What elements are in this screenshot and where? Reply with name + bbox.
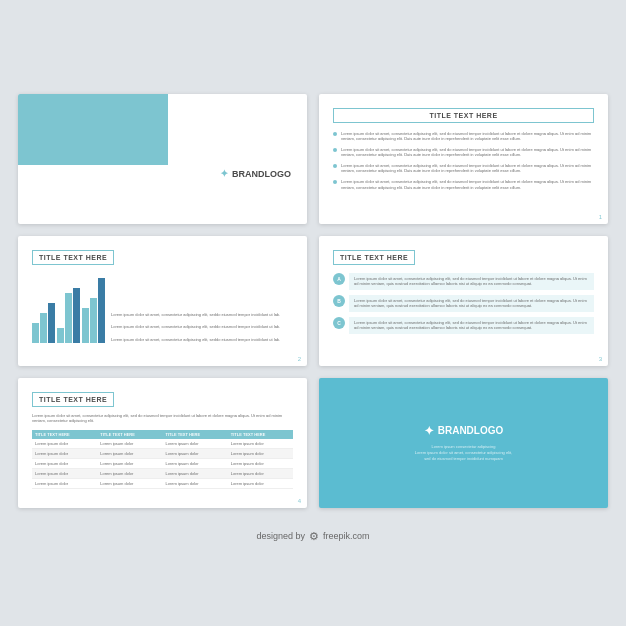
table-cell: Lorem ipsum dolor [97, 458, 162, 468]
col-header-3: TITLE TEXT HERE [163, 430, 228, 439]
chart-text-1: Lorem ipsum dolor sit amet, consectetur … [111, 312, 280, 318]
table-header-row: TITLE TEXT HERE TITLE TEXT HERE TITLE TE… [32, 430, 293, 439]
table-cell: Lorem ipsum dolor [32, 468, 97, 478]
slide3-title: TITLE TEXT HERE [32, 250, 114, 265]
slide-table: TITLE TEXT HERE Lorem ipsum dolor sit am… [18, 378, 307, 508]
table-cell: Lorem ipsum dolor [32, 448, 97, 458]
table-cell: Lorem ipsum dolor [97, 468, 162, 478]
brand-icon: ✦ [220, 168, 228, 179]
step-badge-c: C [333, 317, 345, 329]
brand-logo-white: ✦ BRANDLOGO [424, 424, 504, 438]
slide-bullets: TITLE TEXT HERE Lorem ipsum dolor sit am… [319, 94, 608, 224]
footer: designed by ⚙ freepik.com [256, 530, 369, 551]
slide-number: 1 [599, 214, 602, 220]
slide-chart: TITLE TEXT HERE [18, 236, 307, 366]
slide-steps: TITLE TEXT HERE A Lorem ipsum dolor sit … [319, 236, 608, 366]
bullet-item-3: Lorem ipsum dolor sit amet, consectetur … [333, 163, 594, 174]
table-cell: Lorem ipsum dolor [228, 478, 293, 488]
bar [65, 293, 72, 343]
slide-brand-logo: ✦ BRANDLOGO [18, 94, 307, 224]
table-cell: Lorem ipsum dolor [228, 448, 293, 458]
step-badge-a: A [333, 273, 345, 285]
table-cell: Lorem ipsum dolor [97, 439, 162, 449]
table-cell: Lorem ipsum dolor [228, 458, 293, 468]
bar-group-1 [32, 303, 55, 343]
table-row: Lorem ipsum dolorLorem ipsum dolorLorem … [32, 468, 293, 478]
slide-number: 3 [599, 356, 602, 362]
bar-group-2 [57, 288, 80, 343]
bullet-text-3: Lorem ipsum dolor sit amet, consectetur … [341, 163, 594, 174]
bar [40, 313, 47, 343]
table-cell: Lorem ipsum dolor [163, 439, 228, 449]
footer-text: designed by [256, 531, 305, 541]
col-header-4: TITLE TEXT HERE [228, 430, 293, 439]
slide-number: 2 [298, 356, 301, 362]
bar-group-3 [82, 278, 105, 343]
step-a: A Lorem ipsum dolor sit amet, consectetu… [333, 273, 594, 290]
bullet-item-4: Lorem ipsum dolor sit amet, consectetur … [333, 179, 594, 190]
table-row: Lorem ipsum dolorLorem ipsum dolorLorem … [32, 478, 293, 488]
slide4-title: TITLE TEXT HERE [333, 250, 415, 265]
table-cell: Lorem ipsum dolor [228, 468, 293, 478]
table-cell: Lorem ipsum dolor [163, 468, 228, 478]
bullet-dot [333, 148, 337, 152]
table-cell: Lorem ipsum dolor [97, 478, 162, 488]
bullet-text-2: Lorem ipsum dolor sit amet, consectetur … [341, 147, 594, 158]
col-header-1: TITLE TEXT HERE [32, 430, 97, 439]
slides-grid: ✦ BRANDLOGO TITLE TEXT HERE Lorem ipsum … [0, 76, 626, 526]
chart-text-items: Lorem ipsum dolor sit amet, consectetur … [111, 312, 280, 343]
chart-content: Lorem ipsum dolor sit amet, consectetur … [32, 273, 293, 343]
bar [73, 288, 80, 343]
bar [98, 278, 105, 343]
step-text-b: Lorem ipsum dolor sit amet, consectetur … [349, 295, 594, 312]
step-c: C Lorem ipsum dolor sit amet, consectetu… [333, 317, 594, 334]
chart-text-2: Lorem ipsum dolor sit amet, consectetur … [111, 324, 280, 330]
brand-name: BRANDLOGO [232, 169, 291, 179]
bar [82, 308, 89, 343]
table-cell: Lorem ipsum dolor [163, 478, 228, 488]
table-row: Lorem ipsum dolorLorem ipsum dolorLorem … [32, 448, 293, 458]
brand-logo: ✦ BRANDLOGO [220, 168, 291, 179]
bullet-item-1: Lorem ipsum dolor sit amet, consectetur … [333, 131, 594, 142]
bar [32, 323, 39, 343]
table-cell: Lorem ipsum dolor [97, 448, 162, 458]
bar-chart [32, 273, 105, 343]
freepik-icon: ⚙ [309, 530, 319, 543]
brand-name-white: BRANDLOGO [438, 425, 504, 436]
bullet-dot [333, 164, 337, 168]
slide-number: 4 [298, 498, 301, 504]
table-cell: Lorem ipsum dolor [32, 458, 97, 468]
table-row: Lorem ipsum dolorLorem ipsum dolorLorem … [32, 439, 293, 449]
bullet-text-1: Lorem ipsum dolor sit amet, consectetur … [341, 131, 594, 142]
footer-site: freepik.com [323, 531, 370, 541]
tagline: Lorem ipsum consectetur adipiscingLorem … [415, 444, 512, 462]
chart-text-3: Lorem ipsum dolor sit amet, consectetur … [111, 337, 280, 343]
bar [90, 298, 97, 343]
brand-icon-white: ✦ [424, 424, 434, 438]
step-text-c: Lorem ipsum dolor sit amet, consectetur … [349, 317, 594, 334]
table-cell: Lorem ipsum dolor [163, 448, 228, 458]
table-cell: Lorem ipsum dolor [163, 458, 228, 468]
table-cell: Lorem ipsum dolor [32, 439, 97, 449]
slide5-title: TITLE TEXT HERE [32, 392, 114, 407]
data-table: TITLE TEXT HERE TITLE TEXT HERE TITLE TE… [32, 430, 293, 489]
step-b: B Lorem ipsum dolor sit amet, consectetu… [333, 295, 594, 312]
slide-brand-blue: ✦ BRANDLOGO Lorem ipsum consectetur adip… [319, 378, 608, 508]
blue-rectangle [18, 94, 168, 166]
col-header-2: TITLE TEXT HERE [97, 430, 162, 439]
table-cell: Lorem ipsum dolor [32, 478, 97, 488]
bar [57, 328, 64, 343]
table-row: Lorem ipsum dolorLorem ipsum dolorLorem … [32, 458, 293, 468]
step-badge-b: B [333, 295, 345, 307]
table-cell: Lorem ipsum dolor [228, 439, 293, 449]
bullet-text-4: Lorem ipsum dolor sit amet, consectetur … [341, 179, 594, 190]
bullet-dot [333, 180, 337, 184]
bullet-item-2: Lorem ipsum dolor sit amet, consectetur … [333, 147, 594, 158]
slide5-intro: Lorem ipsum dolor sit amet, consectetur … [32, 413, 293, 424]
bar [48, 303, 55, 343]
slide2-title: TITLE TEXT HERE [333, 108, 594, 123]
step-text-a: Lorem ipsum dolor sit amet, consectetur … [349, 273, 594, 290]
bullet-dot [333, 132, 337, 136]
